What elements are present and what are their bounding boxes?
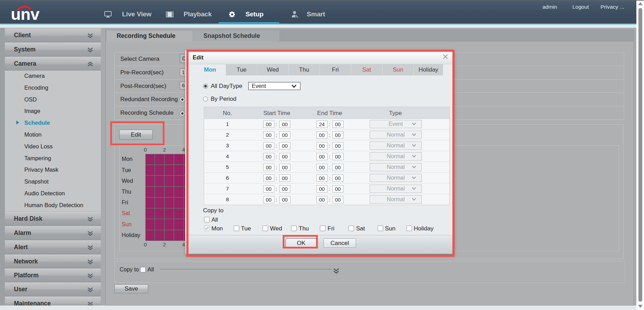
svg-text:unv: unv	[11, 5, 39, 21]
